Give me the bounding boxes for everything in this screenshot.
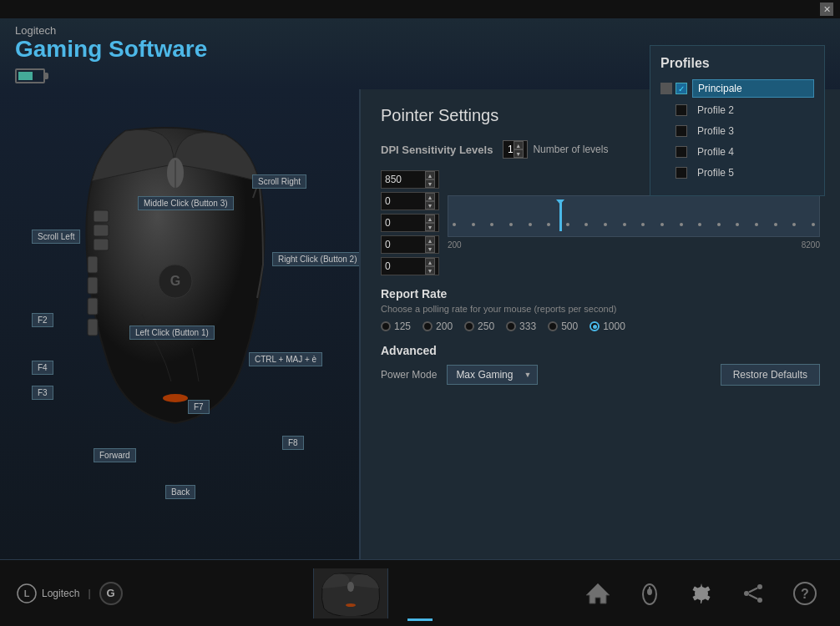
profile-2-label[interactable]: Profile 2 <box>692 102 814 119</box>
profiles-panel: Profiles Principale Profile 2 Profile 3 … <box>650 45 825 196</box>
rate-option-1000[interactable]: 1000 <box>590 321 625 332</box>
dpi-1-down[interactable]: ▼ <box>425 179 435 188</box>
advanced-row: Power Mode Max Gaming Performance Power … <box>381 364 820 386</box>
btn-label-back[interactable]: Back <box>165 485 195 499</box>
rate-option-250[interactable]: 250 <box>464 321 494 332</box>
dpi-5-down[interactable]: ▼ <box>425 266 435 275</box>
mouse-area: G Scroll Right Middle Click (Button 3) S… <box>0 89 359 559</box>
close-button[interactable]: ✕ <box>820 3 833 16</box>
profile-5-label[interactable]: Profile 5 <box>692 164 814 181</box>
radio-500[interactable] <box>548 321 558 331</box>
rate-label-250: 250 <box>478 321 494 332</box>
profile-1-label[interactable]: Principale <box>692 79 814 98</box>
svg-line-25 <box>749 594 757 598</box>
dpi-2-down[interactable]: ▼ <box>425 201 435 210</box>
home-icon-btn[interactable] <box>579 575 616 612</box>
dpi-input-2[interactable]: 0 ▲ ▼ <box>381 192 439 210</box>
dpi-scale: 200 8200 <box>448 240 820 250</box>
rate-option-125[interactable]: 125 <box>381 321 411 332</box>
dpi-4-down[interactable]: ▼ <box>425 245 435 253</box>
btn-label-f3[interactable]: F3 <box>32 386 53 400</box>
dpi-3-down[interactable]: ▼ <box>425 223 435 231</box>
dpi-count-up[interactable]: ▲ <box>514 141 524 149</box>
profile-icon-4 <box>660 146 672 158</box>
rate-option-500[interactable]: 500 <box>548 321 578 332</box>
svg-point-11 <box>163 394 188 402</box>
profile-4-checkbox[interactable] <box>676 146 687 158</box>
help-icon-btn[interactable]: ? <box>787 575 823 612</box>
power-mode-row: Power Mode Max Gaming Performance Power … <box>381 365 538 385</box>
header: Logitech Gaming Software Profiles Princi… <box>0 18 840 89</box>
btn-label-f7[interactable]: F7 <box>188 400 210 414</box>
report-rate-options: 125 200 250 333 500 <box>381 321 820 332</box>
report-rate-title: Report Rate <box>381 287 820 300</box>
profile-row-2[interactable]: Profile 2 <box>660 102 814 119</box>
profile-1-checkbox[interactable] <box>676 83 687 94</box>
dpi-1-up[interactable]: ▲ <box>425 171 435 179</box>
profiles-title: Profiles <box>660 56 814 71</box>
advanced-title: Advanced <box>381 344 820 357</box>
app-name-small: Logitech <box>15 24 207 37</box>
radio-125[interactable] <box>381 321 391 331</box>
dpi-input-5[interactable]: 0 ▲ ▼ <box>381 257 439 275</box>
dpi-2-up[interactable]: ▲ <box>425 193 435 201</box>
share-icon-btn[interactable] <box>735 575 772 612</box>
svg-point-15 <box>346 603 356 607</box>
mouse-thumbnail[interactable] <box>313 568 388 618</box>
dpi-level-count[interactable]: 1 ▲ ▼ <box>503 140 528 159</box>
profile-5-checkbox[interactable] <box>676 167 687 179</box>
levels-suffix: Number of levels <box>533 144 608 155</box>
radio-333[interactable] <box>506 321 516 331</box>
settings-icon-btn[interactable] <box>683 575 720 612</box>
dpi-5-up[interactable]: ▲ <box>425 258 435 266</box>
svg-point-22 <box>744 591 749 596</box>
app-name-large: Gaming Software <box>15 37 207 63</box>
device-icon <box>636 580 663 607</box>
profile-row-1[interactable]: Principale <box>660 79 814 98</box>
profile-icon-2 <box>660 104 672 116</box>
svg-rect-6 <box>94 210 109 222</box>
rate-option-333[interactable]: 333 <box>506 321 536 332</box>
dpi-4-up[interactable]: ▲ <box>425 236 435 245</box>
rate-option-200[interactable]: 200 <box>423 321 453 332</box>
rate-label-125: 125 <box>394 321 411 332</box>
power-mode-select-wrapper[interactable]: Max Gaming Performance Power Save <box>447 365 538 385</box>
restore-defaults-button[interactable]: Restore Defaults <box>721 364 820 386</box>
btn-label-middle-click[interactable]: Middle Click (Button 3) <box>138 196 234 210</box>
svg-marker-16 <box>586 583 610 603</box>
btn-label-ctrl-maj[interactable]: CTRL + MAJ + è <box>249 352 322 366</box>
btn-label-scroll-left[interactable]: Scroll Left <box>32 230 80 244</box>
dpi-3-up[interactable]: ▲ <box>425 215 435 223</box>
btn-label-left-click[interactable]: Left Click (Button 1) <box>129 326 215 340</box>
device-icon-btn[interactable] <box>631 575 668 612</box>
btn-label-scroll-right[interactable]: Scroll Right <box>252 174 306 189</box>
btn-label-f8[interactable]: F8 <box>282 436 304 450</box>
dpi-input-1[interactable]: 850 ▲ ▼ <box>381 170 439 189</box>
btn-label-f2[interactable]: F2 <box>32 313 53 327</box>
radio-200[interactable] <box>423 321 433 331</box>
dpi-input-3[interactable]: 0 ▲ ▼ <box>381 214 439 232</box>
btn-label-f4[interactable]: F4 <box>32 361 53 375</box>
home-icon <box>584 580 611 607</box>
profile-4-label[interactable]: Profile 4 <box>692 144 814 160</box>
profile-row-4[interactable]: Profile 4 <box>660 144 814 160</box>
btn-label-right-click[interactable]: Right Click (Button 2) <box>272 252 359 266</box>
dpi-input-row-5: 0 ▲ ▼ <box>381 257 439 275</box>
profile-row-3[interactable]: Profile 3 <box>660 123 814 139</box>
dpi-slider-handle[interactable] <box>559 203 562 231</box>
radio-250[interactable] <box>464 321 474 331</box>
profile-2-checkbox[interactable] <box>676 104 687 116</box>
power-mode-select[interactable]: Max Gaming Performance Power Save <box>447 365 538 385</box>
btn-label-forward[interactable]: Forward <box>94 448 136 462</box>
logitech-circle-icon: L <box>17 583 37 603</box>
battery-icon <box>15 68 45 83</box>
profile-icon-3 <box>660 125 672 137</box>
dpi-slider-track[interactable] <box>448 195 820 237</box>
profile-row-5[interactable]: Profile 5 <box>660 164 814 181</box>
profile-3-checkbox[interactable] <box>676 125 687 137</box>
dpi-count-down[interactable]: ▼ <box>514 149 524 158</box>
profile-3-label[interactable]: Profile 3 <box>692 123 814 139</box>
radio-1000[interactable] <box>590 321 600 331</box>
dpi-input-4[interactable]: 0 ▲ ▼ <box>381 235 439 254</box>
logo-area: Logitech Gaming Software <box>15 24 207 84</box>
